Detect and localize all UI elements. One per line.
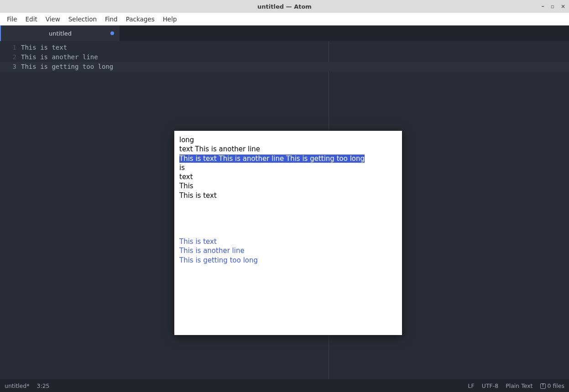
- window-title: untitled — Atom: [257, 3, 312, 10]
- editor-lines: 1This is text2This is another line3This …: [21, 43, 569, 72]
- titlebar: untitled — Atom – ▫ ×: [0, 0, 569, 13]
- line-text: This is another line: [21, 53, 98, 61]
- editor-line[interactable]: 1This is text: [21, 43, 569, 52]
- close-button[interactable]: ×: [561, 3, 565, 10]
- text-editor[interactable]: 1This is text2This is another line3This …: [0, 41, 569, 379]
- selected-text: This is text This is another line This i…: [179, 155, 365, 163]
- git-icon: [540, 383, 546, 389]
- line-number: 3: [0, 62, 16, 72]
- list-item-selected[interactable]: This is text This is another line This i…: [179, 154, 397, 163]
- editor-line[interactable]: 3This is getting too long: [21, 62, 569, 72]
- menubar: File Edit View Selection Find Packages H…: [0, 13, 569, 26]
- tab-untitled[interactable]: untitled: [0, 26, 120, 41]
- list-item[interactable]: long: [179, 135, 397, 144]
- list-item[interactable]: This is another line: [179, 246, 397, 255]
- app-window: untitled — Atom – ▫ × File Edit View Sel…: [0, 0, 569, 392]
- list-item[interactable]: This is text: [179, 237, 397, 246]
- menu-edit[interactable]: Edit: [21, 14, 42, 25]
- status-line-ending[interactable]: LF: [468, 382, 475, 389]
- window-controls: – ▫ ×: [542, 0, 565, 13]
- tab-title: untitled: [49, 30, 72, 37]
- status-filename[interactable]: untitled*: [5, 382, 29, 389]
- editor-line[interactable]: 2This is another line: [21, 52, 569, 62]
- list-item[interactable]: text: [179, 172, 397, 181]
- maximize-button[interactable]: ▫: [551, 3, 554, 10]
- list-item[interactable]: This is getting too long: [179, 256, 397, 265]
- menu-selection[interactable]: Selection: [64, 14, 101, 25]
- status-cursor[interactable]: 3:25: [37, 382, 49, 389]
- status-git[interactable]: 0 files: [540, 382, 564, 389]
- tabbar: untitled: [0, 26, 569, 41]
- menu-file[interactable]: File: [3, 14, 21, 25]
- list-item[interactable]: text This is another line: [179, 144, 397, 154]
- list-item[interactable]: This: [179, 181, 397, 191]
- list-item[interactable]: is: [179, 163, 397, 172]
- list-item[interactable]: This is text: [179, 191, 397, 200]
- minimize-button[interactable]: –: [542, 3, 544, 10]
- line-text: This is text: [21, 44, 67, 51]
- statusbar-right: LF UTF-8 Plain Text 0 files: [468, 382, 564, 389]
- autocomplete-popup[interactable]: long text This is another line This is t…: [174, 131, 402, 335]
- dirty-indicator-icon: [110, 31, 114, 35]
- statusbar: untitled* 3:25 LF UTF-8 Plain Text 0 fil…: [0, 379, 569, 392]
- popup-gap: [179, 200, 397, 237]
- menu-packages[interactable]: Packages: [122, 14, 159, 25]
- menu-help[interactable]: Help: [159, 14, 181, 25]
- menu-find[interactable]: Find: [101, 14, 122, 25]
- line-number: 2: [0, 52, 16, 62]
- line-text: This is getting too long: [21, 63, 113, 70]
- statusbar-left: untitled* 3:25: [5, 382, 50, 389]
- status-git-text: 0 files: [548, 382, 564, 389]
- line-number: 1: [0, 43, 16, 52]
- status-grammar[interactable]: Plain Text: [506, 382, 532, 389]
- menu-view[interactable]: View: [42, 14, 64, 25]
- status-encoding[interactable]: UTF-8: [482, 382, 498, 389]
